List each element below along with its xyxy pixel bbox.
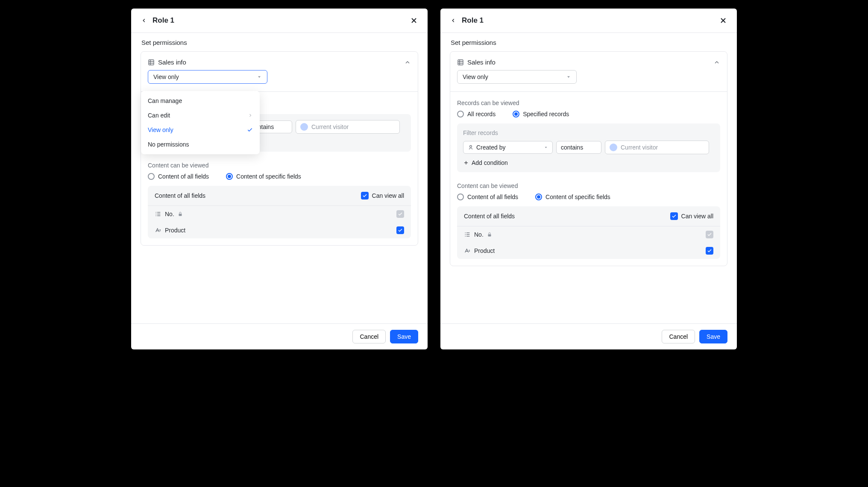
text-field-icon	[155, 227, 161, 234]
caret-down-icon	[566, 74, 571, 79]
svg-marker-27	[567, 76, 570, 78]
panel-header: Role 1	[440, 9, 737, 33]
checkbox-field-no	[706, 231, 713, 238]
table-icon	[457, 59, 464, 66]
panel-title: Role 1	[462, 16, 718, 25]
panel-content: Sales info View only Can manage Can edit	[131, 51, 428, 323]
panel-header: Role 1	[131, 9, 428, 33]
dropdown-option-no-permissions[interactable]: No permissions	[141, 137, 260, 152]
checkbox-can-view-all[interactable]	[670, 212, 678, 220]
checkbox-can-view-all[interactable]	[361, 192, 369, 199]
content-section-label: Content can be viewed	[148, 162, 411, 169]
table-icon	[148, 59, 155, 66]
checkbox-field-product[interactable]	[706, 247, 713, 255]
filter-field-select[interactable]: Created by	[463, 141, 553, 154]
cancel-button[interactable]: Cancel	[352, 330, 386, 343]
text-field-icon	[464, 247, 471, 254]
caret-down-icon	[257, 74, 262, 79]
back-icon[interactable]	[140, 16, 148, 25]
panel-content: Sales info View only Records can be view…	[440, 51, 737, 323]
radio-content-specific[interactable]: Content of specific fields	[535, 194, 610, 200]
radio-content-specific[interactable]: Content of specific fields	[226, 173, 301, 180]
lock-icon	[487, 232, 492, 237]
save-button[interactable]: Save	[390, 330, 418, 343]
radio-content-all[interactable]: Content of all fields	[148, 173, 209, 180]
filter-value-input[interactable]: Current visitor	[296, 120, 400, 134]
records-section-label: Records can be viewed	[457, 100, 720, 106]
permission-card: Sales info View only Records can be view…	[450, 51, 727, 266]
svg-marker-29	[545, 147, 547, 148]
panel-subtitle: Set permissions	[131, 33, 428, 51]
content-section-label: Content can be viewed	[457, 182, 720, 189]
number-field-icon	[155, 211, 161, 217]
content-table-header-label: Content of all fields	[464, 213, 515, 220]
field-row-product: Product	[457, 243, 720, 259]
avatar-icon	[610, 144, 617, 151]
records-radio-row: All records Specified records	[457, 111, 720, 117]
field-row-product: Product	[148, 222, 411, 238]
svg-marker-6	[258, 76, 261, 78]
svg-rect-17	[179, 214, 182, 216]
permission-select[interactable]: View only	[148, 70, 267, 84]
collapse-icon[interactable]	[713, 59, 720, 66]
permission-select-value: View only	[153, 73, 179, 80]
radio-content-all[interactable]: Content of all fields	[457, 194, 518, 200]
panel-footer: Cancel Save	[131, 323, 428, 349]
panel-subtitle: Set permissions	[440, 33, 737, 51]
permission-card: Sales info View only Can manage Can edit	[141, 51, 418, 246]
close-icon[interactable]	[718, 15, 728, 26]
svg-point-28	[470, 145, 472, 147]
add-condition-button[interactable]: Add condition	[463, 159, 714, 166]
panel-footer: Cancel Save	[440, 323, 737, 349]
card-title: Sales info	[158, 59, 186, 66]
content-radio-row: Content of all fields Content of specifi…	[148, 173, 411, 180]
number-field-icon	[464, 231, 471, 238]
permissions-panel: Role 1 Set permissions Sales info View o…	[440, 9, 737, 349]
permission-dropdown: Can manage Can edit View only No permiss…	[141, 91, 260, 154]
lock-icon	[178, 211, 183, 217]
collapse-icon[interactable]	[404, 59, 411, 66]
permissions-panel-dropdown-open: Role 1 Set permissions Sales info View o…	[131, 9, 428, 349]
cancel-button[interactable]: Cancel	[662, 330, 695, 343]
dropdown-option-view-only[interactable]: View only	[141, 123, 260, 137]
check-icon	[247, 127, 253, 133]
field-row-no: No.	[148, 206, 411, 222]
filter-condition-select[interactable]: contains	[556, 141, 601, 154]
svg-rect-38	[488, 235, 491, 237]
close-icon[interactable]	[409, 15, 419, 26]
chevron-right-icon	[248, 113, 253, 118]
filter-box: Filter records Created by contains	[457, 123, 720, 172]
svg-rect-23	[458, 60, 463, 65]
panel-title: Role 1	[152, 16, 409, 25]
back-icon[interactable]	[449, 16, 457, 25]
radio-all-records[interactable]: All records	[457, 111, 496, 117]
content-table-header-label: Content of all fields	[155, 192, 205, 199]
svg-rect-2	[149, 60, 154, 65]
permission-select[interactable]: View only	[457, 70, 577, 84]
checkbox-field-no	[396, 210, 404, 218]
dropdown-option-can-edit[interactable]: Can edit	[141, 108, 260, 123]
filter-label: Filter records	[463, 129, 714, 136]
avatar-icon	[300, 123, 308, 131]
dropdown-option-can-manage[interactable]: Can manage	[141, 94, 260, 108]
save-button[interactable]: Save	[699, 330, 727, 343]
content-fields-table: Content of all fields Can view all No.	[148, 186, 411, 238]
radio-specified-records[interactable]: Specified records	[513, 111, 569, 117]
content-radio-row: Content of all fields Content of specifi…	[457, 194, 720, 200]
filter-value-input[interactable]: Current visitor	[605, 141, 709, 154]
field-row-no: No.	[457, 226, 720, 243]
card-title: Sales info	[467, 59, 496, 66]
content-fields-table: Content of all fields Can view all No.	[457, 206, 720, 259]
permission-select-value: View only	[463, 73, 488, 80]
checkbox-field-product[interactable]	[396, 226, 404, 234]
caret-down-icon	[544, 145, 548, 150]
